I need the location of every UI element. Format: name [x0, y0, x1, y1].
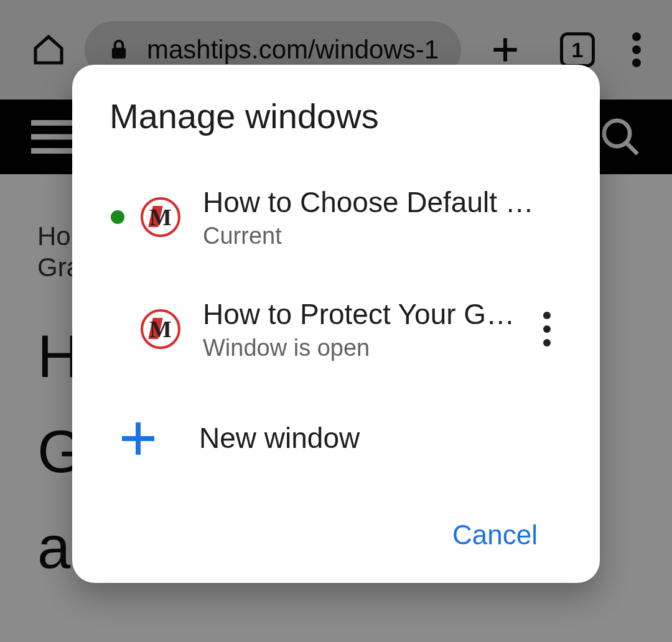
current-indicator [110, 210, 126, 224]
green-dot-icon [111, 210, 124, 224]
new-window-button[interactable]: New window [110, 391, 562, 485]
manage-windows-dialog: Manage windows M How to Choose Default …… [72, 65, 600, 583]
window-item-status: Current [203, 223, 562, 249]
window-item-title: How to Protect Your Go… [203, 297, 516, 331]
window-item-status: Window is open [203, 335, 516, 361]
window-item-menu-icon[interactable] [531, 312, 562, 347]
dialog-title: Manage windows [110, 96, 562, 136]
window-item-title: How to Choose Default … [203, 185, 562, 219]
cancel-button[interactable]: Cancel [440, 509, 550, 561]
favicon-icon: M [141, 309, 180, 349]
window-item[interactable]: M How to Protect Your Go… Window is open [110, 273, 562, 385]
favicon-icon: M [141, 197, 180, 237]
new-window-label: New window [199, 421, 360, 455]
window-list: M How to Choose Default … Current M How … [110, 161, 562, 485]
plus-icon [122, 422, 153, 454]
dialog-actions: Cancel [110, 509, 562, 561]
window-item-current[interactable]: M How to Choose Default … Current [110, 161, 562, 273]
